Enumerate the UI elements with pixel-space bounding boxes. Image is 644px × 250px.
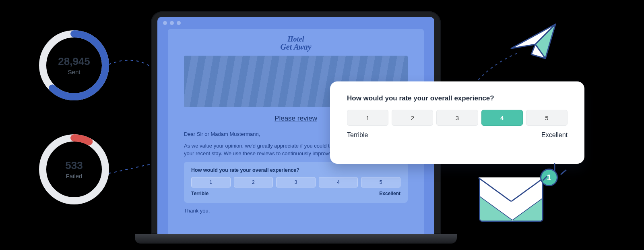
scale-high-small: Excellent xyxy=(379,191,400,196)
scale-low-large: Terrible xyxy=(347,131,368,139)
gauge-failed-caption: Failed xyxy=(66,173,83,179)
laptop-base xyxy=(135,234,457,244)
rating-button-4[interactable]: 4 xyxy=(481,110,523,126)
paper-plane-icon xyxy=(507,20,559,69)
scale-high-large: Excellent xyxy=(541,131,568,139)
envelope-icon: 1 xyxy=(479,169,555,226)
rating-option-4[interactable]: 4 xyxy=(319,177,358,188)
svg-line-9 xyxy=(561,170,566,174)
rating-button-1[interactable]: 1 xyxy=(347,110,388,126)
rating-button-5[interactable]: 5 xyxy=(526,110,568,126)
window-controls xyxy=(163,21,181,25)
rating-option-1[interactable]: 1 xyxy=(191,177,231,188)
rating-option-2[interactable]: 2 xyxy=(234,177,273,188)
svg-line-7 xyxy=(543,177,547,181)
gauge-sent-caption: Sent xyxy=(68,69,80,75)
brand-logo: Hotel Get Away xyxy=(184,35,408,51)
thanks: Thank you, xyxy=(184,208,408,214)
gauge-failed-value: 533 xyxy=(65,159,83,172)
rating-option-3[interactable]: 3 xyxy=(276,177,316,188)
rating-block-small: How would you rate your overall experien… xyxy=(184,162,408,203)
gauge-sent: 28,945 Sent xyxy=(38,29,110,102)
gauge-failed: 533 Failed xyxy=(38,133,110,206)
scale-low-small: Terrible xyxy=(191,191,208,196)
rating-button-3[interactable]: 3 xyxy=(436,110,478,126)
gauge-sent-value: 28,945 xyxy=(58,55,90,68)
rating-option-5[interactable]: 5 xyxy=(361,177,400,188)
question-small: How would you rate your overall experien… xyxy=(191,167,400,173)
rating-popup: How would you rate your overall experien… xyxy=(330,81,584,164)
rating-button-2[interactable]: 2 xyxy=(392,110,433,126)
question-large: How would you rate your overall experien… xyxy=(347,94,568,102)
